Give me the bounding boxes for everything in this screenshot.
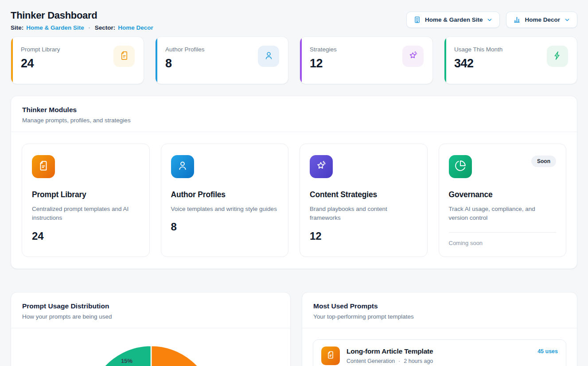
modules-title: Thinker Modules (22, 106, 566, 114)
site-link[interactable]: Home & Garden Site (26, 24, 84, 31)
stat-accent (300, 37, 302, 84)
stat-card-usage: Usage This Month 342 (444, 36, 577, 84)
stat-card-prompt-library: Prompt Library 24 (11, 36, 144, 84)
chevron-down-icon (564, 17, 570, 23)
stats-row: Prompt Library 24 Author Profiles 8 (11, 36, 577, 84)
prompt-title: Long-form Article Template (347, 347, 537, 355)
stat-accent (444, 37, 446, 84)
site-selector-button[interactable]: Home & Garden Site (406, 12, 500, 28)
sector-label: Sector: (95, 24, 116, 31)
breadcrumb-dot: · (89, 25, 90, 31)
module-description: Track AI usage, compliance, and version … (449, 205, 557, 223)
usage-distribution-panel: Prompt Usage Distribution How your promp… (11, 292, 291, 366)
prompt-list-item[interactable]: Long-form Article Template Content Gener… (313, 339, 566, 366)
module-description: Voice templates and writing style guides (171, 205, 279, 214)
module-title: Content Strategies (310, 190, 417, 199)
site-label: Site: (11, 24, 23, 31)
user-icon (177, 160, 188, 173)
bottom-row: Prompt Usage Distribution How your promp… (11, 280, 577, 366)
prompt-category: Content Generation (347, 358, 395, 364)
module-card-prompt-library[interactable]: Prompt Library Centralized prompt templa… (22, 144, 150, 257)
donut-segment (151, 346, 214, 366)
usage-panel-subtitle: How your prompts are being used (22, 313, 279, 320)
header-selectors: Home & Garden Site Home Decor (406, 12, 577, 28)
page-header: Thinker Dashboard Site: Home & Garden Si… (11, 10, 577, 31)
donut-chart: 15% (11, 328, 290, 366)
user-icon (264, 51, 274, 62)
module-card-content-strategies[interactable]: Content Strategies Brand playbooks and c… (300, 144, 428, 257)
prompt-list: Long-form Article Template Content Gener… (302, 328, 577, 366)
page-title: Thinker Dashboard (11, 10, 153, 21)
prompts-panel-header: Most Used Prompts Your top-performing pr… (302, 292, 577, 328)
header-left: Thinker Dashboard Site: Home & Garden Si… (11, 10, 153, 31)
prompts-panel-subtitle: Your top-performing prompt templates (313, 313, 566, 320)
module-card-governance: Soon Governance Track AI usage, complian… (439, 144, 567, 257)
donut-chart-area: 15% (11, 328, 290, 366)
prompt-item-body: Long-form Article Template Content Gener… (347, 347, 558, 364)
sector-selector-label: Home Decor (525, 16, 560, 23)
usage-panel-header: Prompt Usage Distribution How your promp… (11, 292, 290, 328)
soon-badge: Soon (531, 156, 556, 167)
lightning-icon (553, 51, 563, 62)
site-selector-label: Home & Garden Site (425, 16, 483, 23)
module-icon-box (449, 155, 472, 178)
prompt-item-text: Long-form Article Template Content Gener… (347, 347, 537, 364)
bar-chart-icon (513, 16, 521, 23)
chevron-down-icon (487, 17, 493, 23)
module-icon-box (32, 155, 55, 178)
module-description: Centralized prompt templates and AI inst… (32, 205, 140, 223)
modules-panel: Thinker Modules Manage prompts, profiles… (11, 96, 577, 269)
module-stat: 8 (171, 221, 279, 233)
stat-icon-box (258, 46, 279, 67)
module-title: Prompt Library (32, 190, 140, 199)
document-icon (326, 350, 335, 361)
stat-icon-box (402, 46, 424, 67)
building-icon (413, 16, 421, 23)
meta-dot: · (398, 358, 400, 364)
modules-grid: Prompt Library Centralized prompt templa… (11, 132, 577, 269)
pie-chart-icon (455, 160, 466, 173)
sector-selector-button[interactable]: Home Decor (506, 12, 577, 28)
document-icon (38, 160, 49, 173)
stat-icon-box (547, 46, 568, 67)
prompt-meta: Content Generation · 2 hours ago (347, 358, 537, 364)
prompt-icon-box (321, 347, 340, 365)
stat-accent (11, 37, 13, 84)
document-icon (119, 51, 129, 62)
stat-accent (156, 37, 157, 84)
usage-panel-title: Prompt Usage Distribution (22, 302, 279, 310)
module-title: Author Profiles (171, 190, 279, 199)
stat-card-strategies: Strategies 12 (300, 36, 433, 84)
module-stat: 12 (310, 230, 417, 242)
module-stat: 24 (32, 230, 140, 242)
modules-header: Thinker Modules Manage prompts, profiles… (11, 96, 577, 132)
most-used-prompts-panel: Most Used Prompts Your top-performing pr… (302, 292, 577, 366)
breadcrumb: Site: Home & Garden Site · Sector: Home … (11, 24, 153, 31)
stat-icon-box (113, 46, 135, 67)
module-icon-box (171, 155, 194, 178)
prompt-time: 2 hours ago (404, 358, 433, 364)
prompt-uses-badge: 45 uses (537, 348, 558, 354)
module-icon-box (310, 155, 333, 178)
sparkle-star-icon (315, 160, 327, 173)
module-divider (449, 232, 557, 233)
module-description: Brand playbooks and content frameworks (310, 205, 417, 223)
module-footer: Coming soon (449, 240, 557, 246)
stat-card-author-profiles: Author Profiles 8 (155, 36, 288, 84)
sector-link[interactable]: Home Decor (118, 24, 153, 31)
module-title: Governance (449, 190, 557, 199)
dashboard-page: Thinker Dashboard Site: Home & Garden Si… (0, 0, 588, 366)
module-card-author-profiles[interactable]: Author Profiles Voice templates and writ… (161, 144, 289, 257)
prompts-panel-title: Most Used Prompts (313, 302, 566, 310)
donut-data-label: 15% (121, 358, 132, 364)
modules-subtitle: Manage prompts, profiles, and strategies (22, 117, 566, 124)
sparkle-star-icon (408, 51, 418, 62)
